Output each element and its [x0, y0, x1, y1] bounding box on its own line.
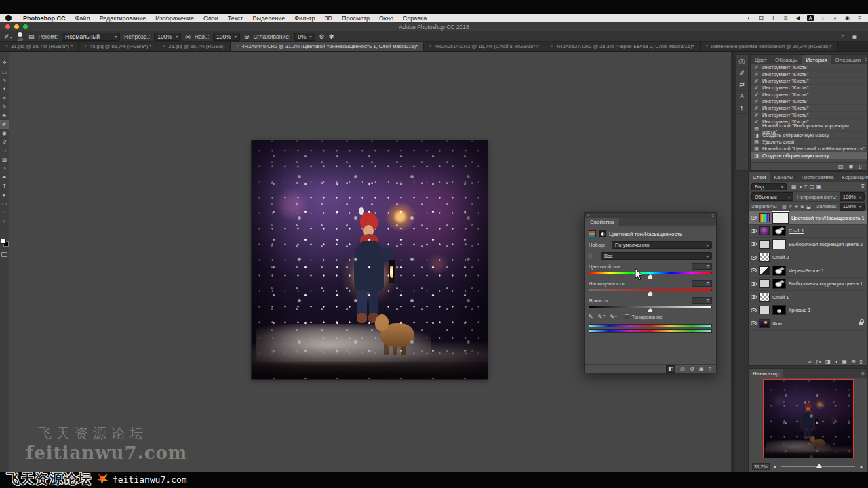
menu-item-5[interactable]: Текст — [223, 15, 248, 22]
layer-thumbnail[interactable] — [760, 253, 770, 262]
tab-close-icon[interactable]: × — [706, 44, 709, 49]
layer-opacity-select[interactable]: 100%▾ — [840, 192, 865, 201]
control-center-icon[interactable]: ≡ — [856, 15, 863, 21]
new-document-from-state-icon[interactable]: ▤ — [838, 163, 844, 169]
history-state-12[interactable]: ▤Новый слой "Цветовой тон/Насыщенность" — [751, 146, 867, 152]
paint-symmetry-icon[interactable]: ✾ — [329, 33, 334, 40]
link-layers-icon[interactable]: ∞ — [808, 359, 812, 365]
layer-row[interactable]: Слой 2 — [749, 251, 867, 265]
layer-thumbnail[interactable] — [760, 240, 770, 249]
layer-name[interactable]: Выборочная коррекция цвета 1 — [789, 281, 863, 287]
menu-item-4[interactable]: Слои — [199, 15, 223, 22]
colorize-checkbox[interactable] — [625, 314, 629, 319]
layer-thumbnail[interactable] — [760, 266, 770, 275]
layer-visibility-eye-icon[interactable] — [751, 268, 757, 272]
slider-track-saturation[interactable] — [589, 289, 712, 291]
panel-close-icon[interactable]: ✕ — [587, 213, 590, 218]
dodge-tool[interactable]: ◑ — [0, 164, 9, 173]
channel-select[interactable]: Все▾ — [601, 252, 712, 260]
layer-mask-thumbnail[interactable] — [772, 226, 786, 236]
history-state-2[interactable]: ✐Инструмент "Кисть" — [751, 78, 867, 85]
delete-layer-icon[interactable]: ▯ — [860, 359, 863, 365]
layer-filter-kind-select[interactable]: Вид▾ — [751, 183, 787, 190]
menu-item-1[interactable]: Файл — [71, 15, 95, 22]
document-tab-6[interactable]: ×Изменение режима наложения @ 30,3% (RGB… — [701, 42, 838, 51]
clone-stamp-tool[interactable]: ◉ — [0, 129, 9, 138]
layer-name[interactable]: Слой 1 — [772, 294, 789, 300]
display-icon[interactable]: ⊟ — [758, 15, 764, 21]
new-group-icon[interactable]: ▣ — [842, 359, 847, 365]
character-panel-icon[interactable]: А — [736, 91, 748, 102]
layer-thumbnail[interactable] — [760, 226, 770, 235]
previous-state-icon[interactable]: ◎ — [680, 366, 685, 372]
brush-tool-icon[interactable]: ✐▾ — [4, 33, 12, 40]
tab-close-icon[interactable]: × — [236, 44, 239, 49]
layer-mask-thumbnail[interactable] — [772, 239, 786, 249]
menu-item-9[interactable]: Просмотр — [337, 15, 374, 22]
sync-icon[interactable]: ◌ — [820, 15, 826, 21]
menu-item-0[interactable]: Photoshop CC — [18, 15, 71, 22]
document-tab-0[interactable]: ×31.jpg @ 66,7% (RGB/8*) * — [0, 42, 79, 51]
history-state-1[interactable]: ✐Инструмент "Кисть" — [751, 71, 867, 78]
brush-preset-picker[interactable]: 100 — [18, 32, 23, 41]
pressure-opacity-icon[interactable]: ◎ — [185, 33, 191, 40]
targeted-adjustment-icon[interactable]: ☞ — [589, 253, 598, 259]
opacity-select[interactable]: 100%▾ — [154, 33, 181, 41]
history-state-4[interactable]: ✐Инструмент "Кисть" — [751, 92, 867, 98]
visibility-icon[interactable]: ◉ — [699, 366, 704, 372]
history-state-6[interactable]: ✐Инструмент "Кисть" — [751, 105, 867, 112]
menu-item-7[interactable]: Фильтр — [290, 15, 319, 22]
filter-toggle-icon[interactable]: ⊼ — [861, 184, 865, 190]
toolbar-ellipsis[interactable]: ⋯ — [0, 226, 9, 235]
delete-state-icon[interactable]: ▯ — [859, 163, 862, 169]
history-state-9[interactable]: ▤Новый слой "Выборочная коррекция цвета" — [751, 125, 867, 132]
slider-track-hue[interactable] — [589, 272, 712, 274]
wifi-icon[interactable]: ≋ — [783, 15, 789, 21]
history-state-3[interactable]: ✐Инструмент "Кисть" — [751, 85, 867, 92]
tab-close-icon[interactable]: × — [5, 44, 8, 49]
tab-Гистограмма[interactable]: Гистограмма — [797, 172, 838, 182]
eraser-tool[interactable]: ▱ — [0, 146, 9, 155]
menu-item-10[interactable]: Окно — [374, 15, 398, 22]
document-image[interactable] — [252, 140, 488, 379]
menu-item-11[interactable]: Справка — [398, 15, 431, 22]
apple-menu-icon[interactable] — [5, 15, 12, 21]
slider-track-lightness[interactable] — [589, 306, 712, 308]
blend-mode-select[interactable]: Нормальный▾ — [62, 33, 120, 41]
tab-close-icon[interactable]: × — [429, 44, 432, 49]
lock-paint-icon[interactable]: ✐ — [789, 204, 793, 209]
tab-Каналы[interactable]: Каналы — [770, 172, 797, 182]
menu-item-2[interactable]: Редактирование — [95, 15, 151, 22]
layer-mask-thumbnail[interactable] — [772, 279, 786, 289]
layer-visibility-eye-icon[interactable] — [751, 321, 757, 325]
brush-settings-icon[interactable]: ✐ — [736, 68, 748, 79]
navigator-thumbnail[interactable] — [763, 379, 854, 458]
layer-name[interactable]: Слой 2 — [772, 254, 789, 260]
history-brush-tool[interactable]: ↺ — [0, 138, 9, 146]
tab-Образцы[interactable]: Образцы — [771, 55, 802, 64]
layer-row[interactable]: Выборочная коррекция цвета 2 — [749, 238, 867, 251]
delete-adjustment-icon[interactable]: ▯ — [709, 366, 711, 372]
shape-tool[interactable]: ▭ — [0, 199, 9, 208]
hand-tool[interactable]: ☞ — [0, 208, 9, 217]
layer-thumbnail[interactable] — [760, 279, 770, 288]
layer-name[interactable]: Кривые 1 — [789, 307, 811, 313]
slider-value[interactable]: 0 — [692, 280, 712, 287]
new-snapshot-icon[interactable]: ◉ — [849, 163, 854, 169]
volume-icon[interactable]: ◀ — [795, 15, 801, 21]
zoom-tool[interactable]: ⌕ — [0, 217, 9, 226]
quick-selection-tool[interactable]: ✦ — [0, 85, 9, 94]
slider-thumb[interactable] — [648, 308, 653, 312]
document-tab-5[interactable]: ×4R3A0537.CR2 @ 28,3% (Черно-Белое 2, Сл… — [545, 42, 701, 51]
airbrush-icon[interactable]: ⊚ — [244, 33, 250, 40]
slider-value[interactable]: 0 — [692, 297, 712, 304]
layer-thumbnail[interactable] — [760, 214, 770, 222]
tab-close-icon[interactable]: × — [163, 44, 165, 49]
type-tool[interactable]: T — [0, 182, 9, 190]
layer-row[interactable]: Сл-1.1 — [749, 225, 867, 239]
layer-blend-mode-select[interactable]: Обычные▾ — [751, 192, 793, 201]
lock-artboard-icon[interactable]: ⊞ — [800, 204, 804, 209]
workspace-switcher-icon[interactable]: ▣ — [851, 33, 857, 40]
panel-menu-icon[interactable]: ≡ — [865, 55, 868, 64]
pen-tool[interactable]: ✒ — [0, 173, 9, 182]
